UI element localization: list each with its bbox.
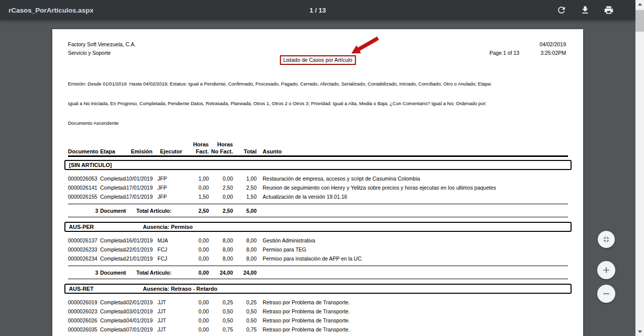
table-row: 0000026039Completada07/01/2019RJG0,000,7… <box>68 334 568 336</box>
cell-ejecutor: JJT <box>157 317 186 323</box>
table-row: 0000026053Completada10/01/2019JFP1,000,0… <box>68 174 568 183</box>
section-code: [SIN ARTICULO] <box>69 162 143 168</box>
zoom-in-button[interactable] <box>597 261 615 279</box>
scroll-up-button[interactable] <box>635 0 644 9</box>
report-header-right: 04/02/2019 Page 1 of 13 3:25:02PM <box>490 40 566 57</box>
table-row: 0000026023Completada03/01/2019JJT0,000,5… <box>68 307 568 316</box>
report-header-left: Factory Soft Venezuela, C.A. Servicio y … <box>68 40 136 57</box>
cell-ejecutor: FCJ <box>157 246 186 253</box>
cell-emision: 07/01/2019 <box>126 326 157 332</box>
page-indicator: 1 / 13 <box>0 7 635 14</box>
cell-documento: 0000026053 <box>68 176 100 182</box>
cell-total: 2,50 <box>235 185 259 191</box>
fit-page-button[interactable] <box>598 231 615 248</box>
cell-ejecutor: JFP <box>157 194 186 200</box>
section-total-block: 3DocumentosTotal Artículo:2,502,505,00 <box>68 204 568 217</box>
table-row: 0000026019Completada02/01/2019JJT0,000,2… <box>68 298 568 307</box>
fit-page-icon <box>602 235 611 244</box>
table-row: 0000026035Completada07/01/2019JJT0,000,7… <box>68 325 568 334</box>
cell-horas-nofact: 0,50 <box>211 317 235 323</box>
cell-horas-fact: 0,00 <box>186 246 211 253</box>
company-name: Factory Soft Venezuela, C.A. <box>68 40 136 49</box>
cell-asunto: Permiso para TEG <box>263 246 568 253</box>
total-docs-label: Documentos <box>100 270 126 276</box>
zoom-out-icon <box>601 289 611 299</box>
cell-ejecutor: JFP <box>157 185 186 191</box>
rotate-button[interactable] <box>556 5 567 15</box>
annotation-arrow-icon <box>347 35 382 58</box>
cell-ejecutor: JJT <box>157 326 186 332</box>
cell-total: 1,00 <box>235 176 259 182</box>
table-row: 0000026155Completada17/01/2019JFP1,500,0… <box>68 192 568 201</box>
cell-horas-fact: 1,00 <box>186 176 211 182</box>
table-row: 0000026234Completada21/01/2019FCJ0,008,0… <box>68 254 568 263</box>
cell-emision: 17/01/2019 <box>126 185 157 191</box>
col-etapa: Etapa <box>100 148 126 154</box>
total-horas-fact: 2,50 <box>186 208 211 214</box>
cell-etapa: Completada <box>100 308 126 314</box>
report-title-annotation-box: Listado de Casos por Artículo <box>280 55 356 65</box>
cell-total: 0,75 <box>235 326 259 332</box>
rotate-icon <box>556 5 567 15</box>
cell-emision: 16/01/2019 <box>126 237 157 243</box>
cell-total: 0,25 <box>235 299 259 305</box>
section-rows: 0000026019Completada02/01/2019JJT0,000,2… <box>68 298 568 336</box>
section-description: Ausencia: Permiso <box>143 224 193 230</box>
criteria-line: Documento Ascendente <box>68 120 568 126</box>
cell-emision: 02/01/2019 <box>126 299 157 305</box>
report-title: Listado de Casos por Artículo <box>283 57 352 63</box>
section-rows: 0000026053Completada10/01/2019JFP1,000,0… <box>68 174 568 201</box>
cell-asunto: Actualización de la versión 19.01.16 <box>263 194 568 200</box>
col-total: Total <box>235 148 259 154</box>
scroll-down-icon <box>638 330 642 333</box>
cell-horas-nofact: 8,00 <box>211 256 235 262</box>
cell-asunto: Retraso por Problema de Transporte. <box>263 326 568 332</box>
col-horas-2: Horas <box>211 141 235 147</box>
table-header: Horas Horas Documento Etapa Emisión Ejec… <box>68 141 568 157</box>
total-horas-nofact: 24,00 <box>211 270 235 276</box>
cell-ejecutor: JJT <box>157 299 186 305</box>
report-body: Emisión: Desde 01/01/2019 Hasta 04/02/20… <box>52 29 583 336</box>
print-button[interactable] <box>604 5 614 15</box>
total-label: Total Artículo: <box>126 208 186 214</box>
scrollbar-thumb[interactable] <box>635 10 644 32</box>
download-icon <box>580 5 590 15</box>
section-header-box: AUS-RETAusencia: Retraso - Retardo <box>64 284 572 294</box>
criteria-line: Igual a No Iniciada, En Progreso, Comple… <box>68 100 568 107</box>
section-total-row: 3DocumentosTotal Artículo:0,0024,0024,00 <box>68 266 568 279</box>
cell-emision: 22/01/2019 <box>126 246 157 253</box>
criteria-line: Emisión: Desde 01/01/2019 Hasta 04/02/20… <box>68 80 568 87</box>
cell-emision: 21/01/2019 <box>126 256 157 262</box>
cell-documento: 0000026141 <box>68 185 100 191</box>
department-name: Servicio y Soporte <box>68 49 136 57</box>
vertical-scrollbar[interactable] <box>635 0 644 336</box>
report-header: Factory Soft Venezuela, C.A. Servicio y … <box>68 40 566 57</box>
total-docs-label: Documentos <box>100 208 126 214</box>
col-ejecutor: Ejecutor <box>157 148 186 154</box>
table-row: 0000026141Completada17/01/2019JFP0,002,5… <box>68 183 568 192</box>
zoom-in-icon <box>601 265 611 275</box>
cell-horas-nofact: 2,50 <box>211 185 235 191</box>
cell-etapa: Completada <box>100 237 126 243</box>
cell-etapa: Completada <box>100 317 126 323</box>
pdf-toolbar: rCasos_PorArticulos.aspx 1 / 13 <box>0 0 635 20</box>
report-page-label: Page 1 of 13 <box>490 49 520 57</box>
cell-horas-fact: 0,00 <box>186 326 211 332</box>
download-button[interactable] <box>580 5 590 15</box>
zoom-out-button[interactable] <box>597 285 615 303</box>
cell-asunto: Retraso por Problema de Transporte. <box>263 308 568 314</box>
cell-etapa: Completada <box>100 326 126 332</box>
cell-etapa: Completada <box>100 185 126 191</box>
cell-horas-nofact: 0,50 <box>211 308 235 314</box>
total-total: 24,00 <box>235 270 259 276</box>
report-time: 3:25:02PM <box>540 49 566 57</box>
total-total: 5,00 <box>235 208 259 214</box>
col-no-fact: No Fact. <box>211 148 235 154</box>
scroll-down-button[interactable] <box>635 327 644 336</box>
cell-etapa: Completada <box>100 194 126 200</box>
cell-asunto: Reunion de seguimiento con Henry y Yelit… <box>263 185 568 191</box>
scroll-up-icon <box>638 3 642 6</box>
cell-horas-fact: 0,00 <box>186 237 211 243</box>
section-total-block: 3DocumentosTotal Artículo:0,0024,0024,00 <box>68 266 568 279</box>
report-date: 04/02/2019 <box>490 40 566 49</box>
